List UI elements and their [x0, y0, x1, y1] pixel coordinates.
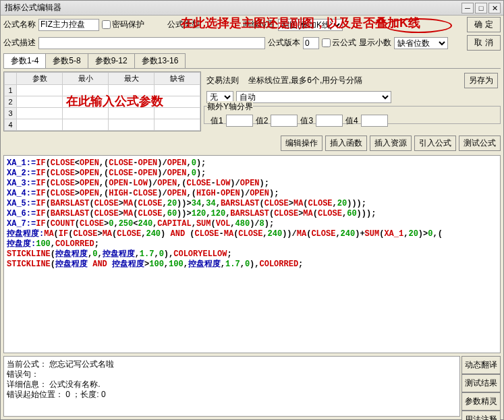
- param-grid: 参数最小最大缺省1234: [3, 71, 201, 131]
- btn-ok[interactable]: 确 定: [467, 17, 501, 32]
- param-2-0[interactable]: [17, 96, 62, 107]
- bottom-area: 当前公式： 您忘记写公式名啦 错误句： 详细信息： 公式没有名称. 错误起始位置…: [3, 356, 501, 417]
- param-3-2[interactable]: [109, 108, 154, 119]
- row-name: 公式名称 密码保护 公式类型 画线位置 副图(叠加K线) 确 定: [1, 16, 503, 34]
- param-1-0[interactable]: [17, 85, 62, 96]
- chk-cloud[interactable]: 云公式: [322, 37, 356, 49]
- close-btn[interactable]: ✕: [488, 3, 501, 13]
- param-3-0[interactable]: [17, 108, 62, 119]
- lbl-desc: 公式描述: [3, 37, 36, 49]
- param-4-3[interactable]: [155, 119, 200, 130]
- param-2-1[interactable]: [63, 96, 108, 107]
- select-rule-auto[interactable]: 自动: [236, 91, 391, 103]
- btn-testres[interactable]: 测试结果: [461, 374, 501, 392]
- param-2-2[interactable]: [109, 96, 154, 107]
- btn-usage[interactable]: 用法注释: [461, 411, 501, 420]
- lbl-rule: 交易法则: [206, 75, 239, 86]
- param-tabs: 参数1-4参数5-8参数9-12参数13-16: [3, 53, 501, 69]
- param-1-2[interactable]: [109, 85, 154, 96]
- param-3-3[interactable]: [155, 108, 200, 119]
- editor-window: 指标公式编辑器 ─ □ ✕ 在此选择是主图还是副图，以及是否叠加K线 在此输入公…: [0, 0, 504, 420]
- param-3-1[interactable]: [63, 108, 108, 119]
- param-4-0[interactable]: [17, 119, 62, 130]
- mid-area: 参数最小最大缺省1234 交易法则 坐标线位置,最多6个,用分号分隔 另存为 无…: [1, 69, 503, 134]
- tab-1[interactable]: 参数5-8: [45, 53, 88, 68]
- row-desc: 公式描述 公式版本 云公式 显示小数 缺省位数 取 消: [1, 34, 503, 52]
- btn-test[interactable]: 测试公式: [459, 136, 501, 151]
- minimize-btn[interactable]: ─: [461, 3, 474, 13]
- lbl-type: 公式类型: [167, 19, 200, 30]
- titlebar[interactable]: 指标公式编辑器 ─ □ ✕: [1, 1, 503, 16]
- select-pos[interactable]: 副图(叠加K线): [278, 19, 343, 31]
- input-v2[interactable]: [271, 115, 298, 127]
- tab-3[interactable]: 参数13-16: [134, 53, 186, 68]
- lbl-ver: 公式版本: [268, 37, 300, 49]
- tab-2[interactable]: 参数9-12: [88, 53, 135, 68]
- maximize-btn[interactable]: □: [475, 3, 487, 13]
- param-4-1[interactable]: [63, 119, 108, 130]
- select-dec[interactable]: 缺省位数: [394, 37, 448, 49]
- lbl-name: 公式名称: [3, 19, 36, 30]
- window-title: 指标公式编辑器: [3, 2, 461, 13]
- msg-box: 当前公式： 您忘记写公式名啦 错误句： 详细信息： 公式没有名称. 错误起始位置…: [3, 356, 460, 417]
- input-ver[interactable]: [303, 37, 319, 49]
- row-rule: 交易法则 坐标线位置,最多6个,用分号分隔 另存为: [204, 71, 501, 90]
- param-1-1[interactable]: [63, 85, 108, 96]
- btn-insfunc[interactable]: 插入函数: [325, 136, 367, 151]
- input-name[interactable]: [38, 19, 99, 31]
- input-v3[interactable]: [316, 115, 343, 127]
- btn-cancel[interactable]: 取 消: [467, 35, 501, 51]
- input-v1[interactable]: [226, 115, 253, 127]
- chk-pwd[interactable]: 密码保护: [102, 19, 144, 30]
- param-2-3[interactable]: [155, 96, 200, 107]
- btn-editop[interactable]: 编辑操作: [281, 136, 323, 151]
- toolbar-row: 编辑操作 插入函数 插入资源 引入公式 测试公式: [1, 134, 503, 152]
- input-v4[interactable]: [361, 115, 388, 127]
- lbl-pos: 画线位置: [243, 19, 275, 30]
- code-editor[interactable]: XA_1:=IF(CLOSE<OPEN,(CLOSE-OPEN)/OPEN,0)…: [3, 155, 501, 353]
- lbl-extra-y: 额外Y轴分界: [207, 101, 253, 113]
- lbl-dec: 显示小数: [359, 37, 391, 49]
- btn-insres[interactable]: 插入资源: [370, 136, 412, 151]
- rule-hint: 坐标线位置,最多6个,用分号分隔: [248, 75, 362, 86]
- input-desc[interactable]: [38, 37, 265, 49]
- btn-saveas[interactable]: 另存为: [464, 73, 498, 88]
- param-4-2[interactable]: [109, 119, 154, 130]
- btn-paramwiz[interactable]: 参数精灵: [461, 392, 501, 411]
- tab-0[interactable]: 参数1-4: [3, 53, 46, 68]
- btn-dyntrans[interactable]: 动态翻译: [461, 356, 501, 374]
- param-1-3[interactable]: [155, 85, 200, 96]
- btn-impform[interactable]: 引入公式: [414, 136, 456, 151]
